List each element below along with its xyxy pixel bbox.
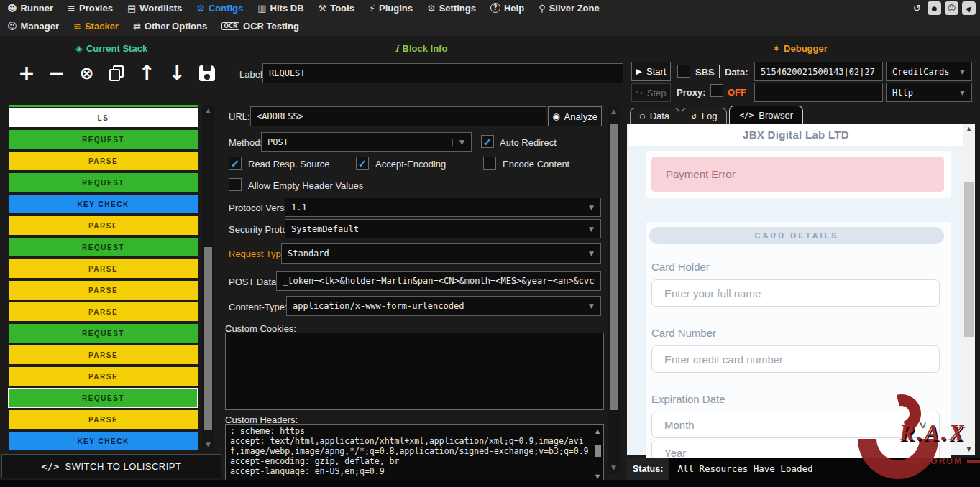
plug-icon: ⚡	[369, 3, 375, 14]
menu-tools[interactable]: ⚒ Tools	[319, 3, 354, 14]
stack-item[interactable]: LS	[9, 108, 198, 127]
proxy-input[interactable]	[754, 83, 883, 102]
content-type-select[interactable]: application/x-www-form-urlencoded ▼	[286, 296, 601, 316]
menu-plugins[interactable]: ⚡ Plugins	[369, 3, 413, 14]
accept-encoding-checkbox[interactable]	[356, 157, 369, 170]
menu-settings[interactable]: ⚙ Settings	[427, 3, 476, 14]
allow-empty-checkbox[interactable]	[229, 178, 242, 191]
auto-redirect-checkbox[interactable]	[481, 135, 494, 148]
stack-item[interactable]: PARSE	[9, 259, 198, 278]
remove-block-button[interactable]: −	[45, 60, 69, 86]
scroll-thumb[interactable]	[204, 247, 212, 430]
wordlist-type-select[interactable]: CreditCards ▼	[886, 62, 972, 81]
stack-item[interactable]: REQUEST	[9, 173, 198, 192]
switch-to-loliscript-button[interactable]: </> SWITCH TO LOLISCRIPT	[1, 454, 221, 478]
gear-icon: ⚙	[427, 3, 436, 14]
corner-icons: ↺ ● ☺ ▶	[910, 1, 976, 15]
scroll-up-icon[interactable]: ▲	[202, 105, 214, 117]
tab-log[interactable]: ↺ Log	[682, 108, 727, 124]
analyze-button[interactable]: ◉ Analyze	[548, 106, 602, 126]
tab-browser[interactable]: </> Browser	[729, 106, 803, 124]
scroll-thumb[interactable]	[595, 445, 601, 457]
content-type-caption: Content-Type:	[229, 302, 288, 312]
encode-content-checkbox[interactable]	[483, 157, 496, 170]
discord-icon[interactable]: ☺	[945, 1, 958, 15]
add-block-button[interactable]: +	[14, 60, 39, 86]
stack-item[interactable]: PARSE	[9, 345, 198, 364]
top-menu-bar: ☻ Runner ≡ Proxies ▤ Wordlists ⚙ Configs…	[0, 0, 980, 36]
scroll-thumb[interactable]	[964, 182, 974, 337]
custom-headers-textarea[interactable]: : scheme: https accept: text/html,applic…	[225, 424, 604, 483]
scroll-up-icon[interactable]: ▲	[963, 124, 975, 134]
scroll-down-icon[interactable]: ▼	[963, 444, 975, 455]
move-up-button[interactable]: ↑	[134, 60, 159, 86]
server-icon: ≡	[68, 3, 75, 14]
camera-icon[interactable]: ●	[928, 1, 941, 15]
menu-silver-zone[interactable]: ♀ Silver Zone	[539, 3, 600, 14]
move-down-button[interactable]: ↓	[165, 60, 189, 86]
request-type-select[interactable]: Standard ▼	[281, 244, 601, 264]
proxy-type-select[interactable]: Http ▼	[886, 83, 972, 102]
stack-toolbar: + − ⊗ ↑ ↓	[14, 59, 219, 88]
menu-manager[interactable]: ☺ Manager	[7, 21, 59, 32]
clone-block-button[interactable]	[104, 60, 129, 86]
card-holder-input[interactable]	[651, 279, 940, 307]
menu-help[interactable]: ? Help	[490, 3, 524, 14]
url-input[interactable]	[250, 106, 546, 126]
stack-item[interactable]: REQUEST	[9, 389, 198, 407]
proxy-caption: Proxy:	[677, 87, 705, 98]
stack-item[interactable]: PARSE	[9, 367, 198, 386]
history-icon[interactable]: ↺	[910, 1, 924, 15]
start-button[interactable]: ▶ Start	[631, 62, 671, 81]
textarea-scrollbar[interactable]: ▲▼	[592, 425, 603, 482]
menu-stacker[interactable]: ≋ Stacker	[73, 21, 119, 32]
label-input[interactable]	[262, 63, 623, 83]
stack-scrollbar[interactable]: ▲ ▼	[202, 105, 214, 451]
security-protocol-select[interactable]: SystemDefault ▼	[285, 219, 601, 238]
method-select[interactable]: POST ▼	[261, 132, 472, 152]
scroll-down-icon[interactable]: ▼	[608, 462, 620, 474]
read-resp-checkbox[interactable]	[229, 157, 242, 170]
stack-item[interactable]: REQUEST	[9, 324, 198, 343]
menu-runner[interactable]: ☻ Runner	[7, 3, 53, 14]
sub-menu: ☺ Manager ≋ Stacker ⇄ Other Options OCR …	[7, 19, 299, 33]
stack-item[interactable]: REQUEST	[9, 238, 198, 256]
scroll-up-icon[interactable]: ▲	[608, 106, 620, 118]
scroll-down-icon[interactable]: ▼	[202, 439, 214, 451]
scroll-up-icon[interactable]: ▲	[592, 427, 603, 435]
stack-item[interactable]: PARSE	[9, 216, 198, 235]
stack-item[interactable]: PARSE	[9, 281, 198, 300]
browser-scrollbar[interactable]: ▲ ▼	[963, 124, 975, 455]
menu-ocr-testing[interactable]: OCR OCR Testing	[221, 21, 299, 32]
menu-proxies[interactable]: ≡ Proxies	[68, 3, 113, 14]
chevron-down-icon: ▼	[953, 68, 971, 75]
stack-item-partial[interactable]	[9, 105, 198, 107]
stack-item[interactable]: PARSE	[9, 302, 198, 321]
step-button[interactable]: ↪ Step	[631, 83, 671, 102]
label-caption: Label:	[239, 69, 265, 80]
protocol-version-select[interactable]: 1.1 ▼	[285, 198, 601, 217]
custom-cookies-textarea[interactable]	[225, 333, 604, 410]
scroll-thumb[interactable]	[610, 124, 618, 410]
menu-other-options[interactable]: ⇄ Other Options	[133, 21, 207, 32]
menu-hits-db[interactable]: ▥ Hits DB	[257, 3, 303, 14]
ocr-icon: OCR	[221, 22, 239, 30]
tab-data[interactable]: ◯ Data	[630, 108, 679, 124]
stack-item[interactable]: PARSE	[9, 152, 198, 170]
save-button[interactable]	[195, 60, 219, 86]
proxy-checkbox[interactable]	[710, 84, 723, 97]
menu-configs[interactable]: ⚙ Configs	[196, 3, 243, 14]
card-number-input[interactable]	[651, 345, 940, 373]
stack-item[interactable]: PARSE	[9, 410, 198, 429]
debug-data-input[interactable]	[754, 62, 883, 81]
sbs-checkbox[interactable]	[677, 65, 690, 78]
telegram-icon[interactable]: ▶	[962, 1, 976, 15]
stack-item[interactable]: KEY CHECK	[9, 432, 198, 450]
stack-item[interactable]: REQUEST	[9, 130, 198, 149]
menu-wordlists[interactable]: ▤ Wordlists	[127, 3, 182, 14]
post-data-input[interactable]	[276, 271, 601, 291]
delete-block-button[interactable]: ⊗	[75, 60, 99, 86]
month-select[interactable]: Month ∨	[651, 412, 940, 438]
block-info-scrollbar[interactable]: ▲ ▼	[608, 106, 620, 474]
stack-item[interactable]: KEY CHECK	[9, 195, 198, 213]
